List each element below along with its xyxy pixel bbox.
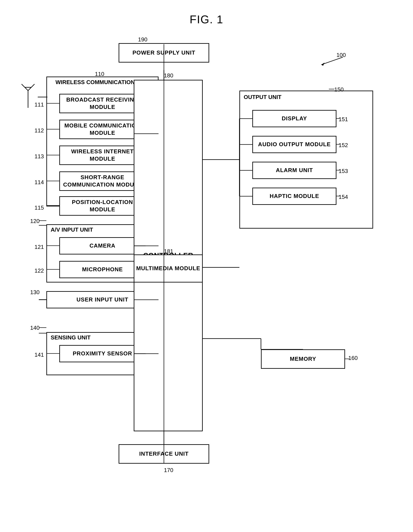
main-bus	[13, 30, 401, 522]
page-title: FIG. 1	[0, 0, 413, 26]
